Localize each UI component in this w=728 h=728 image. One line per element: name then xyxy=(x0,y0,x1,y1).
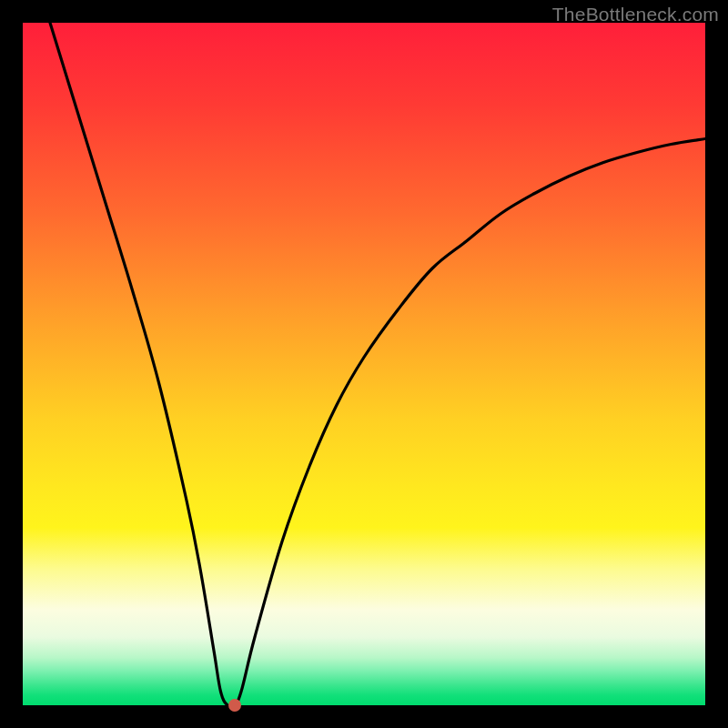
chart-frame: TheBottleneck.com xyxy=(0,0,728,728)
watermark-text: TheBottleneck.com xyxy=(552,4,719,25)
optimal-point-marker xyxy=(228,699,241,712)
bottleneck-curve xyxy=(23,23,705,705)
plot-area xyxy=(23,23,705,705)
